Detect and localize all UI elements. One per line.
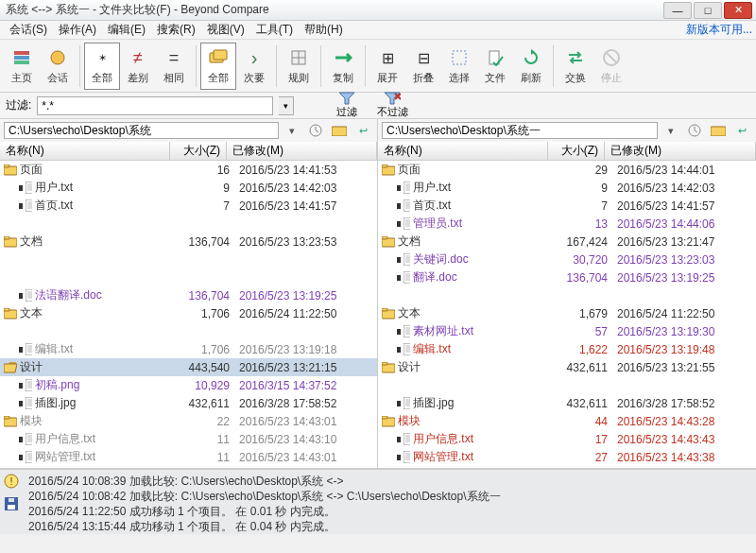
folder-row[interactable]: 设计443,5402016/5/23 13:21:15 (0, 358, 377, 376)
copy-button[interactable]: 复制 (325, 43, 361, 90)
right-path-dropdown[interactable]: ▾ (661, 122, 681, 139)
left-history-icon[interactable] (305, 122, 326, 139)
file-row[interactable]: 编辑.txt1,6222016/5/23 13:19:48 (378, 340, 756, 358)
right-col-mod[interactable]: 已修改(M) (605, 142, 756, 160)
maximize-button[interactable]: □ (694, 2, 722, 19)
right-path-input[interactable] (382, 122, 658, 139)
item-date: 2016/5/23 13:21:15 (235, 361, 377, 374)
file-row[interactable]: 用户.txt92016/5/23 14:42:03 (378, 179, 756, 197)
file-row[interactable]: 编辑.txt1,7062016/5/23 13:19:18 (0, 340, 377, 358)
menu-session[interactable]: 会话(S) (4, 20, 53, 40)
file-row[interactable]: 插图.jpg432,6112016/3/28 17:58:52 (0, 394, 377, 412)
filter-label: 过滤: (6, 97, 31, 113)
folder-row[interactable]: 设计432,6112016/5/23 13:21:55 (378, 358, 756, 376)
minor-button[interactable]: ›次要 (236, 43, 272, 90)
svg-rect-41 (382, 362, 387, 365)
item-date: 2016/5/23 14:42:03 (613, 181, 756, 195)
file-row[interactable]: 插图.jpg432,6112016/3/28 17:58:52 (378, 394, 756, 412)
folder-row[interactable]: 文档167,4242016/5/23 13:21:47 (378, 233, 756, 251)
item-date: 2016/5/23 13:23:03 (613, 253, 756, 267)
file-row[interactable]: 用户信息.txt112016/5/23 14:43:10 (0, 430, 377, 448)
item-name: 首页.txt (413, 198, 558, 214)
same-button[interactable]: =相同 (156, 43, 192, 90)
file-row[interactable]: 素材网址.txt572016/5/23 13:19:30 (378, 322, 756, 340)
file-row[interactable]: 首页.txt72016/5/23 14:41:57 (0, 197, 377, 215)
home-button[interactable]: 主页 (4, 43, 40, 90)
file-row[interactable]: 用户信息.txt172016/5/23 14:43:43 (378, 430, 756, 448)
close-button[interactable]: ✕ (724, 2, 752, 19)
file-row[interactable]: 网站管理.txt112016/5/23 14:43:01 (0, 448, 377, 466)
file-row[interactable]: 首页.txt72016/5/23 14:41:57 (378, 197, 756, 215)
select-button[interactable]: 选择 (441, 43, 477, 90)
right-col-size[interactable]: 大小(Z) (548, 142, 605, 160)
right-col-name[interactable]: 名称(N) (378, 142, 548, 160)
folder-row[interactable]: 页面292016/5/23 14:44:01 (378, 161, 756, 179)
left-col-size[interactable]: 大小(Z) (170, 142, 227, 160)
session-button[interactable]: 会话 (40, 43, 76, 90)
file-row[interactable]: 管理员.txt132016/5/23 14:44:06 (378, 215, 756, 233)
left-path-input[interactable] (4, 122, 279, 139)
folder-row[interactable]: 模块442016/5/23 14:43:28 (378, 412, 756, 430)
item-date: 2016/5/23 13:19:30 (613, 325, 756, 338)
file-row[interactable]: 法语翻译.doc136,7042016/5/23 13:19:25 (0, 286, 377, 304)
filter-input[interactable] (37, 96, 273, 115)
left-back-icon[interactable]: ↩ (352, 122, 373, 139)
folder-row[interactable]: 模块222016/5/23 14:43:01 (0, 412, 377, 430)
right-tree[interactable]: 页面292016/5/23 14:44:01用户.txt92016/5/23 1… (378, 161, 756, 468)
update-link[interactable]: 新版本可用... (686, 22, 752, 38)
folder-row[interactable]: 文本1,7062016/5/24 11:22:50 (0, 304, 377, 322)
menu-help[interactable]: 帮助(H) (299, 20, 349, 40)
file-row[interactable]: 关键词.doc30,7202016/5/23 13:23:03 (378, 251, 756, 268)
item-name: 文档 (20, 233, 180, 250)
svg-rect-8 (332, 127, 347, 136)
menu-search[interactable]: 搜索(R) (151, 20, 201, 40)
folder-row[interactable]: 文档136,7042016/5/23 13:23:53 (0, 233, 377, 251)
filter-dropdown[interactable]: ▾ (279, 96, 294, 115)
refresh-button[interactable]: 刷新 (513, 43, 549, 90)
file-row[interactable]: 网站管理.txt272016/5/23 14:43:38 (378, 448, 756, 466)
item-name: 网站管理.txt (413, 449, 558, 465)
right-back-icon[interactable]: ↩ (731, 122, 752, 139)
all-button-1[interactable]: ✶全部 (84, 43, 120, 90)
file-icon (19, 379, 32, 391)
left-browse-icon[interactable] (329, 122, 350, 139)
left-col-mod[interactable]: 已修改(M) (227, 142, 377, 160)
menu-actions[interactable]: 操作(A) (53, 20, 102, 40)
file-row[interactable]: 用户.txt92016/5/23 14:42:03 (0, 179, 377, 197)
left-col-name[interactable]: 名称(N) (0, 142, 170, 160)
minimize-button[interactable]: — (663, 2, 692, 19)
apply-filter-button[interactable]: 过滤 (330, 94, 364, 118)
clear-filter-button[interactable]: 不过滤 (375, 94, 409, 118)
file-row[interactable]: 翻译.doc136,7042016/5/23 13:19:25 (378, 268, 756, 286)
item-date: 2016/3/28 17:58:52 (235, 397, 377, 410)
item-name: 设计 (398, 359, 558, 375)
right-history-icon[interactable] (684, 122, 705, 139)
expand-button[interactable]: ⊞展开 (369, 43, 405, 90)
item-date: 2016/5/23 14:41:53 (235, 164, 377, 177)
item-name: 法语翻译.doc (35, 287, 180, 303)
dropdown-icon: › (243, 46, 266, 69)
file-row[interactable]: 初稿.png10,9292016/3/15 14:37:52 (0, 376, 377, 394)
diff-button[interactable]: ≠差别 (120, 43, 156, 90)
swap-button[interactable]: 交换 (558, 43, 593, 90)
menu-edit[interactable]: 编辑(E) (102, 20, 151, 40)
collapse-button[interactable]: ⊟折叠 (405, 43, 441, 90)
stop-button[interactable]: 停止 (593, 43, 629, 90)
file-icon (397, 451, 410, 463)
folders-icon (207, 46, 230, 69)
all-button-2[interactable]: 全部 (200, 43, 236, 90)
file-button[interactable]: 文件 (477, 43, 513, 90)
left-path-pane: ▾ ↩ (0, 119, 378, 142)
svg-rect-37 (382, 308, 387, 311)
left-tree[interactable]: 页面162016/5/23 14:41:53用户.txt92016/5/23 1… (0, 161, 378, 468)
folder-row[interactable]: 页面162016/5/23 14:41:53 (0, 161, 377, 179)
folder-row[interactable]: 文本1,6792016/5/24 11:22:50 (378, 304, 756, 322)
rules-button[interactable]: 规则 (281, 43, 317, 90)
folder-icon (382, 236, 395, 248)
menu-view[interactable]: 视图(V) (201, 20, 250, 40)
compare-view: 页面162016/5/23 14:41:53用户.txt92016/5/23 1… (0, 161, 756, 468)
save-log-icon[interactable] (4, 496, 19, 511)
menu-tools[interactable]: 工具(T) (250, 20, 299, 40)
left-path-dropdown[interactable]: ▾ (282, 122, 302, 139)
right-browse-icon[interactable] (708, 122, 729, 139)
